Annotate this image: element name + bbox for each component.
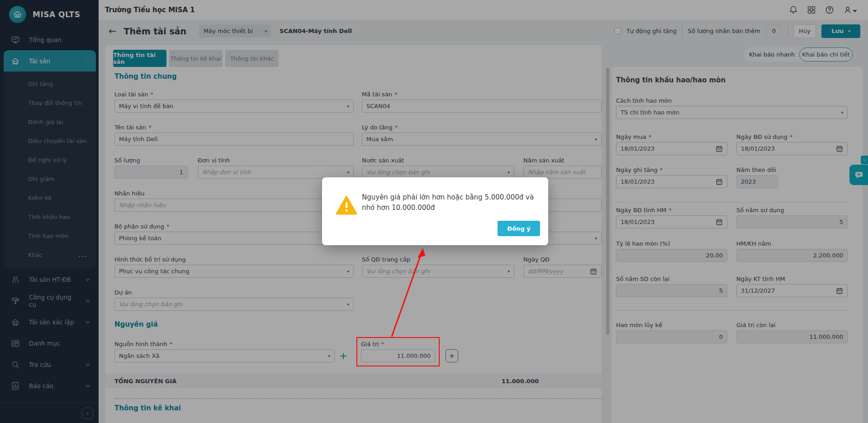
- app-window: MISA QLTS Tổng quanTài sảnGhi tăngThay đ…: [0, 0, 868, 423]
- ok-button[interactable]: Đồng ý: [498, 221, 540, 236]
- warning-dialog: Nguyên giá phải lớn hơn hoặc bằng 5.000.…: [322, 177, 548, 245]
- warning-message: Nguyên giá phải lớn hơn hoặc bằng 5.000.…: [362, 192, 538, 213]
- warning-icon: [336, 195, 357, 215]
